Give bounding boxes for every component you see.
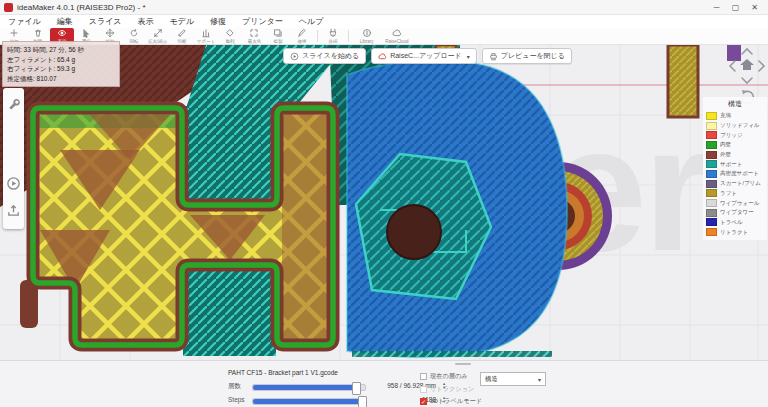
print-stats-panel: 時間: 33 時間, 27 分, 56 秒左フィラメント: 65.4 g右フィラ…: [2, 41, 120, 87]
ideamaker-window: ideaMaker 4.0.1 (RAISE3D Pro2) - * ─ ▢ ✕…: [0, 0, 768, 407]
stat-row-2: 右フィラメント: 59.3 g: [7, 64, 115, 74]
legend-color-chip: [706, 141, 717, 149]
menu-item-2[interactable]: スライス: [81, 15, 130, 28]
menubar: ファイル編集スライス表示モデル修復プリンターヘルプ: [0, 15, 768, 29]
rotate-icon: [129, 28, 139, 38]
toolbar-button-rotate[interactable]: 回転: [122, 28, 146, 44]
checkbox-icon[interactable]: [420, 386, 427, 393]
pan-up-icon[interactable]: [742, 49, 752, 54]
toolbar-button-maximize[interactable]: 最大化: [242, 28, 266, 44]
duplicate-icon: [273, 28, 283, 38]
chevron-down-icon: ▾: [538, 376, 541, 383]
toolbar-label-connect: 接続: [329, 39, 338, 44]
legend-color-chip: [706, 122, 717, 130]
legend-label: リトラクト: [720, 228, 748, 237]
toolbar-button-scale[interactable]: 拡大/縮小: [146, 28, 170, 44]
upload-icon[interactable]: [6, 202, 21, 217]
checkbox-row-2[interactable]: ✓3Dトラベルモード: [420, 397, 482, 406]
gcode-filename: PAHT CF15 - Bracket part 1 V1.gcode: [228, 369, 338, 376]
cut-icon: [177, 28, 187, 38]
maximize-icon: [249, 28, 259, 38]
legend-row-0: 充填: [706, 111, 764, 121]
structure-dropdown[interactable]: 構造 ▾: [480, 372, 546, 386]
toolbar-button-support[interactable]: サポート: [194, 28, 218, 44]
start-slice-button[interactable]: スライスを始める: [283, 48, 366, 64]
viewport-canvas[interactable]: aker: [0, 45, 768, 360]
pan-right-icon[interactable]: [759, 61, 764, 71]
menu-item-0[interactable]: ファイル: [0, 15, 49, 28]
maximize-button[interactable]: ▢: [726, 1, 745, 14]
toolbar-label-raisecloud: RaiseCloud: [385, 39, 408, 44]
toolbar-label-repair: 修復: [298, 39, 307, 44]
toolbar-button-align[interactable]: 整列: [218, 28, 242, 44]
add-icon: [9, 28, 19, 38]
menu-item-5[interactable]: 修復: [202, 15, 234, 28]
pan-down-icon[interactable]: [742, 78, 752, 83]
settings-wrench-icon[interactable]: [6, 96, 21, 111]
legend-row-4: 外壁: [706, 150, 764, 160]
delete-icon: [33, 28, 43, 38]
legend-row-2: ブリッジ: [706, 130, 764, 140]
steps-slider-handle[interactable]: [358, 396, 367, 407]
checkbox-checked-icon[interactable]: ✓: [420, 398, 427, 405]
legend-row-7: スカート/ブリム: [706, 179, 764, 189]
close-button[interactable]: ✕: [745, 1, 764, 14]
align-icon: [225, 28, 235, 38]
menu-item-3[interactable]: 表示: [130, 15, 162, 28]
titlebar: ideaMaker 4.0.1 (RAISE3D Pro2) - * ─ ▢ ✕: [0, 0, 768, 15]
checkbox-row-0[interactable]: 現在の層のみ: [420, 372, 468, 381]
layer-slider-handle[interactable]: [352, 382, 361, 395]
action-bar: スライスを始める RaiseC...アップロード ▾ プレビューを閉じる: [283, 48, 572, 64]
legend-color-chip: [706, 228, 717, 236]
model-hole: [387, 205, 441, 259]
panel-drag-handle[interactable]: [455, 363, 471, 365]
legend-color-chip: [706, 151, 717, 159]
stat-row-3: 推定価格: 810.07: [7, 74, 115, 84]
legend-label: 高密度サポート: [720, 170, 759, 179]
steps-slider-label: Steps: [228, 396, 245, 403]
legend-label: 内壁: [720, 141, 731, 150]
repair-icon: [297, 28, 307, 38]
steps-slider[interactable]: [252, 398, 366, 405]
toolbar-label-maximize: 最大化: [247, 39, 261, 44]
menu-item-1[interactable]: 編集: [49, 15, 81, 28]
home-view-icon[interactable]: [740, 59, 754, 70]
legend-row-8: ラフト: [706, 189, 764, 199]
upload-raisecloud-button[interactable]: RaiseC...アップロード ▾: [371, 48, 477, 64]
legend-label: ブリッジ: [720, 131, 743, 140]
layer-slider-label: 層数: [228, 382, 241, 391]
red-cloud-icon: [378, 52, 387, 61]
pan-left-icon[interactable]: [730, 61, 735, 71]
legend-label: ワイプウォール: [720, 199, 759, 208]
legend-row-5: サポート: [706, 159, 764, 169]
minimize-button[interactable]: ─: [707, 1, 726, 14]
toolbar-label-rotate: 回転: [130, 39, 139, 44]
legend-color-chip: [706, 189, 717, 197]
toolbar-button-connect[interactable]: 接続: [321, 28, 345, 44]
legend-color-chip: [706, 170, 717, 178]
layer-slider[interactable]: [252, 384, 366, 391]
menu-item-7[interactable]: ヘルプ: [291, 15, 332, 28]
toolbar-button-library[interactable]: Library: [352, 28, 382, 44]
legend-row-10: ワイプタワー: [706, 208, 764, 218]
library-icon: [362, 28, 372, 38]
toolbar-button-duplicate[interactable]: 複製: [266, 28, 290, 44]
legend-label: ソリッドフィル: [720, 121, 759, 130]
close-preview-button[interactable]: プレビューを閉じる: [482, 48, 572, 64]
window-title: ideaMaker 4.0.1 (RAISE3D Pro2) - *: [17, 3, 146, 12]
checkbox-label: 現在の層のみ: [430, 372, 468, 381]
menu-item-6[interactable]: プリンター: [234, 15, 291, 28]
toolbar-button-repair[interactable]: 修復: [290, 28, 314, 44]
model-letter-h: [33, 108, 333, 345]
model-support-fringe: [352, 351, 552, 357]
play-icon[interactable]: [6, 176, 21, 191]
upload-caret-icon[interactable]: ▾: [467, 53, 470, 60]
checkbox-row-1[interactable]: リトラクション: [420, 385, 474, 394]
printer-icon: [489, 52, 498, 61]
steps-slider-fill: [253, 399, 362, 404]
menu-item-4[interactable]: モデル: [162, 15, 203, 28]
toolbar-button-cut[interactable]: 切断: [170, 28, 194, 44]
toolbar-button-raisecloud[interactable]: RaiseCloud: [382, 28, 412, 44]
toolbar-separator: [348, 30, 349, 42]
checkbox-icon[interactable]: [420, 373, 427, 380]
